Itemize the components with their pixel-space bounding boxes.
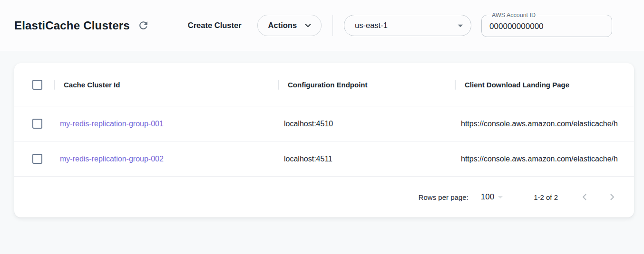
clusters-table-card: Cache Cluster Id Configuration Endpoint … <box>14 63 634 217</box>
column-header-label: Configuration Endpoint <box>288 81 367 89</box>
aws-account-id-field: AWS Account ID <box>481 14 612 37</box>
rows-per-page-select[interactable]: 100 <box>481 191 506 203</box>
select-all-checkbox[interactable] <box>32 80 42 90</box>
create-cluster-button[interactable]: Create Cluster <box>188 21 242 30</box>
column-header-label: Cache Cluster Id <box>64 81 120 89</box>
rows-per-page-value: 100 <box>481 192 494 202</box>
pagination: Rows per page: 100 1-2 of 2 <box>14 177 634 217</box>
page-title: ElastiCache Clusters <box>14 19 130 32</box>
column-header-cache-cluster-id[interactable]: Cache Cluster Id <box>54 80 278 90</box>
column-header-configuration-endpoint[interactable]: Configuration Endpoint <box>278 80 455 90</box>
cache-cluster-id-cell: my-redis-replication-group-002 <box>54 155 278 163</box>
region-select[interactable]: us-east-1 <box>344 15 471 36</box>
region-select-value: us-east-1 <box>355 21 388 30</box>
pagination-range: 1-2 of 2 <box>534 193 558 201</box>
table-header-row: Cache Cluster Id Configuration Endpoint … <box>14 63 634 106</box>
previous-page-button[interactable] <box>575 188 594 207</box>
actions-button-label: Actions <box>268 21 297 30</box>
configuration-endpoint-cell: localhost:4510 <box>278 120 455 128</box>
chevron-left-icon <box>579 191 590 203</box>
cache-cluster-id-cell: my-redis-replication-group-001 <box>54 120 278 128</box>
page: ElastiCache Clusters Create Cluster Acti… <box>0 0 644 217</box>
client-download-landing-page-cell: https://console.aws.amazon.com/elasticac… <box>455 120 634 128</box>
row-checkbox-cell <box>14 154 54 164</box>
cache-cluster-id-link[interactable]: my-redis-replication-group-001 <box>60 120 164 128</box>
row-checkbox[interactable] <box>32 154 42 164</box>
actions-button[interactable]: Actions <box>257 15 322 36</box>
table-row[interactable]: my-redis-replication-group-001 localhost… <box>14 106 634 141</box>
aws-account-id-input[interactable] <box>481 14 612 37</box>
next-page-button[interactable] <box>603 188 622 207</box>
refresh-button[interactable] <box>136 18 152 34</box>
client-download-landing-page-cell: https://console.aws.amazon.com/elasticac… <box>455 155 634 163</box>
row-checkbox-cell <box>14 119 54 129</box>
caret-down-icon <box>454 19 467 32</box>
chevron-down-icon <box>303 20 313 30</box>
configuration-endpoint-cell: localhost:4511 <box>278 155 455 163</box>
caret-down-icon <box>495 191 506 203</box>
column-separator <box>455 80 456 90</box>
header-checkbox-cell <box>14 80 54 90</box>
cache-cluster-id-link[interactable]: my-redis-replication-group-002 <box>60 155 164 163</box>
table-row[interactable]: my-redis-replication-group-002 localhost… <box>14 141 634 177</box>
refresh-icon <box>137 19 149 31</box>
rows-per-page-label: Rows per page: <box>419 193 468 201</box>
topbar: ElastiCache Clusters Create Cluster Acti… <box>0 0 644 51</box>
column-separator <box>54 80 55 90</box>
toolbar-divider <box>332 15 333 36</box>
column-header-label: Client Download Landing Page <box>465 81 569 89</box>
row-checkbox[interactable] <box>32 119 42 129</box>
chevron-right-icon <box>606 191 618 203</box>
column-header-client-download-landing-page[interactable]: Client Download Landing Page <box>455 80 634 90</box>
column-separator <box>278 80 279 90</box>
main-content: Cache Cluster Id Configuration Endpoint … <box>0 51 644 217</box>
